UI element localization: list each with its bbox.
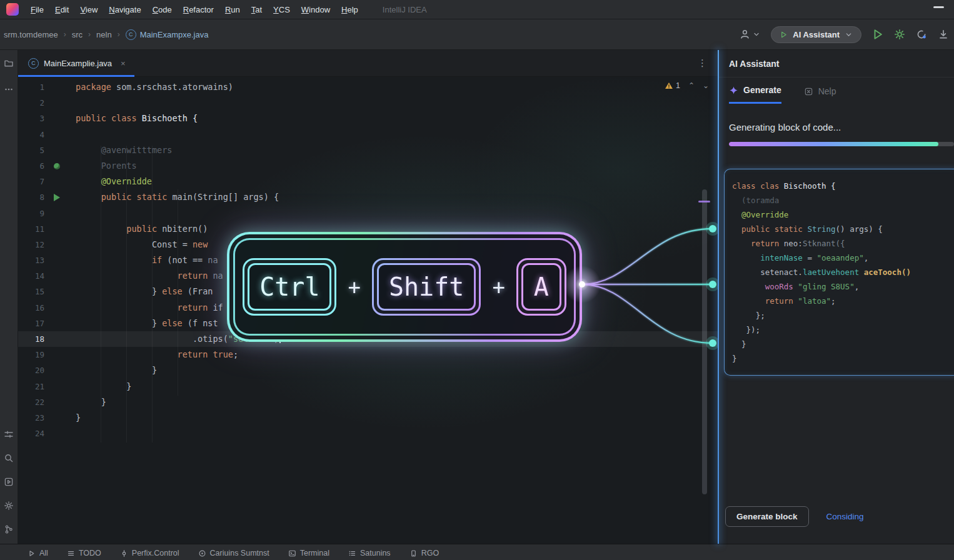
generate-block-button[interactable]: Generate block (725, 506, 809, 527)
menu-item-tat[interactable]: Tat (246, 5, 268, 14)
status-item-todo[interactable]: TODO (67, 549, 101, 558)
code-token: aceTooch() (864, 268, 911, 277)
editor-tab-bar: C MainExamplie.java × ⋮ (18, 50, 718, 77)
menu-item-run[interactable]: Run (219, 5, 246, 14)
menu-item-view[interactable]: View (74, 5, 103, 14)
gutter (44, 95, 76, 111)
status-item-rgo[interactable]: RGO (409, 549, 439, 558)
code-line-23: 23} (18, 410, 718, 426)
status-item-all[interactable]: All (28, 549, 48, 558)
breadcrumb-item-neln[interactable]: neln (96, 30, 112, 39)
line-number: 20 (18, 362, 44, 378)
git-branch-icon[interactable] (4, 524, 14, 534)
code-token: } (152, 318, 162, 328)
ai-panel-actions: Generate block Considing (718, 506, 954, 544)
scrollbar-marker (698, 201, 710, 202)
menu-item-help[interactable]: Help (336, 5, 364, 14)
code-token: wooRds (765, 282, 798, 291)
menu-item-file[interactable]: File (25, 5, 49, 14)
editor-scrollbar[interactable] (702, 189, 707, 494)
status-item-perfix-control[interactable]: Perfix.Control (120, 549, 179, 558)
code-token: "gling S8US" (798, 282, 854, 291)
search-icon[interactable] (4, 453, 14, 463)
chevron-down-icon[interactable] (753, 31, 760, 38)
tab-help[interactable]: Nelp (804, 86, 836, 103)
considing-link[interactable]: Considing (826, 512, 864, 521)
ai-panel-tabs: Generate Nelp (718, 78, 954, 103)
menu-item-edit[interactable]: Edit (49, 5, 74, 14)
debug-gear-icon[interactable] (894, 29, 905, 40)
line-number: 5 (18, 142, 44, 158)
gutter (44, 206, 76, 221)
code-token: (f nst (188, 318, 218, 328)
download-icon[interactable] (938, 29, 949, 40)
gutter (44, 79, 76, 95)
generated-code-line-3: @Overridde (732, 208, 952, 222)
prev-problem-icon[interactable]: ⌃ (688, 81, 695, 90)
breadcrumb-item-src[interactable]: src (72, 30, 83, 39)
structure-icon[interactable] (4, 429, 14, 439)
generated-code-line-1: class clas Bischooth { (732, 179, 952, 193)
gutter (44, 379, 76, 394)
breadcrumb-file[interactable]: CMainExampxe.java (126, 29, 209, 40)
gutter (44, 221, 76, 237)
key-shift: Shift (372, 258, 481, 316)
main-area: C MainExamplie.java × ⋮ 1package som.srs… (0, 50, 954, 544)
class-file-icon: C (126, 29, 136, 40)
menu-bar: FileEditViewNavigateCodeRefactorRunTatYC… (0, 0, 954, 19)
code-token: main(String[] args) { (172, 192, 279, 202)
ai-assistant-button[interactable]: AI Assistant (771, 26, 861, 43)
shortcut-overlay: Ctrl + Shift + A (227, 232, 582, 342)
run-window-icon[interactable] (4, 477, 14, 487)
menu-item-refactor[interactable]: Refactor (178, 5, 219, 14)
tab-generate[interactable]: Generate (729, 85, 781, 104)
generated-code-line-5: return neo:Stknant({ (732, 236, 952, 251)
code-text (76, 206, 718, 221)
window-minimize-icon[interactable] (933, 6, 944, 8)
code-token: neo: (784, 239, 803, 248)
run-icon[interactable] (871, 28, 885, 41)
breadcrumb-separator: › (118, 30, 120, 39)
editor-tab[interactable]: C MainExamplie.java × (18, 50, 134, 76)
breadcrumb-item-srm-tomdemee[interactable]: srm.tomdemee (4, 30, 58, 39)
code-token: new (193, 239, 208, 249)
kebab-menu-icon[interactable]: ⋮ (698, 58, 708, 69)
menu-item-navigate[interactable]: Navigate (103, 5, 146, 14)
code-line-5: 5@avenwitttmers (18, 142, 718, 158)
line-number: 11 (18, 221, 44, 237)
gutter (44, 316, 76, 331)
code-token: na (208, 255, 218, 265)
menu-item-window[interactable]: Window (296, 5, 336, 14)
code-editor[interactable]: 1package som.srschast.atorwains)23public… (18, 77, 718, 544)
code-token: } (76, 412, 81, 422)
ai-assistant-panel: AI Assistant Generate Nelp Generating bl… (718, 50, 954, 544)
code-text: public class Bischoeth { (76, 111, 718, 126)
code-token: Const = (152, 239, 193, 249)
code-token: String (807, 224, 835, 234)
list-icon (348, 549, 356, 558)
gutter (44, 268, 76, 284)
more-tools-icon[interactable] (4, 84, 14, 94)
menu-item-code[interactable]: Code (147, 5, 178, 14)
breadcrumb-file-label: MainExampxe.java (140, 30, 209, 39)
run-gutter-icon[interactable] (54, 194, 60, 201)
next-problem-icon[interactable]: ⌄ (703, 81, 709, 90)
profile-icon[interactable] (740, 29, 751, 40)
toolbar-right: AI Assistant (740, 26, 945, 43)
generated-code-line-4: public static String() args) { (732, 222, 952, 236)
close-icon[interactable]: × (121, 59, 126, 68)
status-item-terminal[interactable]: Terminal (288, 549, 329, 558)
code-token: } (732, 354, 737, 363)
line-number: 7 (18, 174, 44, 189)
inspection-widget[interactable]: 1 ⌃ ⌄ (665, 81, 709, 90)
settings-gear-icon[interactable] (4, 501, 14, 511)
menu-item-ycs[interactable]: YCS (268, 5, 296, 14)
profiler-icon[interactable] (916, 29, 927, 40)
code-token: Bischoeth { (142, 113, 198, 123)
generated-code-line-8: wooRds "gling S8US", (732, 279, 952, 294)
status-item-satunins[interactable]: Satunins (348, 549, 391, 558)
gutter (44, 142, 76, 158)
status-item-cariuins-sumtnst[interactable]: Cariuins Sumtnst (198, 549, 269, 558)
code-token: class clas (732, 181, 784, 191)
project-folder-icon[interactable] (4, 58, 14, 68)
